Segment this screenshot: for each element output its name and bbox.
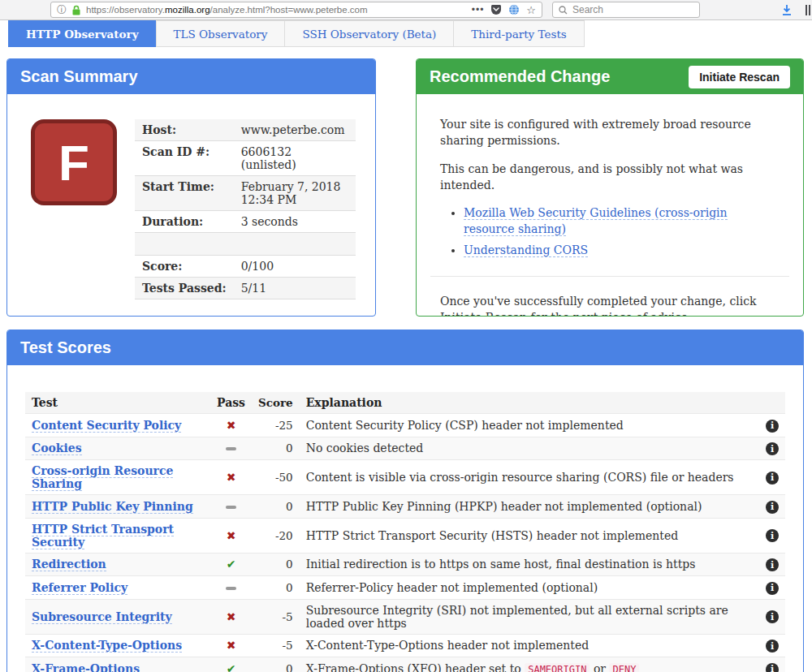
- test-link[interactable]: Redirection: [32, 558, 106, 571]
- test-link[interactable]: Cross-origin Resource Sharing: [32, 464, 173, 491]
- info-icon[interactable]: i: [766, 420, 779, 433]
- recommendation-link[interactable]: Understanding CORS: [464, 243, 588, 257]
- divider: [430, 276, 789, 277]
- summary-label: Start Time:: [135, 176, 234, 211]
- score-value: -25: [252, 414, 300, 437]
- tab-ssh-observatory-beta[interactable]: SSH Observatory (Beta): [284, 20, 454, 47]
- globe-extension-icon[interactable]: [508, 4, 520, 15]
- pocket-icon[interactable]: [490, 4, 502, 15]
- explanation-text: HTTP Strict Transport Security (HSTS) he…: [300, 518, 759, 553]
- info-icon[interactable]: i: [766, 582, 779, 595]
- test-link[interactable]: HTTP Strict Transport Security: [32, 523, 174, 549]
- column-explanation: Explanation: [300, 392, 759, 414]
- library-icon[interactable]: [806, 5, 812, 15]
- column-info: [759, 392, 785, 414]
- summary-row: Host:www.peterbe.com: [135, 119, 356, 141]
- scan-summary-rows: Host:www.peterbe.comScan ID #:6606132 (u…: [135, 119, 356, 299]
- score-value: 0: [252, 495, 300, 519]
- score-value: 0: [252, 437, 300, 460]
- bookmark-star-icon[interactable]: ☆: [526, 5, 536, 15]
- neutral-icon: [210, 495, 252, 519]
- info-icon[interactable]: i: [766, 663, 779, 672]
- pass-icon: ✔: [210, 657, 252, 672]
- grade-badge: F: [31, 119, 117, 205]
- summary-label: Scan ID #:: [135, 141, 234, 176]
- test-scores-panel: Test Scores Test Pass Score Explanation …: [6, 330, 804, 672]
- search-icon: [559, 6, 568, 15]
- search-bar[interactable]: [552, 2, 700, 18]
- pass-icon: ✔: [210, 553, 252, 576]
- initiate-rescan-button[interactable]: Initiate Rescan: [689, 66, 790, 88]
- info-icon[interactable]: i: [766, 610, 779, 623]
- list-item: Understanding CORS: [464, 242, 780, 258]
- info-icon[interactable]: i: [766, 501, 779, 514]
- score-value: 0: [252, 553, 300, 576]
- summary-row: Duration:3 seconds: [135, 211, 356, 233]
- score-value: -50: [252, 460, 300, 495]
- summary-row: Score:0/100: [135, 256, 356, 278]
- explanation-text: Referrer-Policy header not implemented (…: [300, 576, 759, 600]
- summary-label: Score:: [135, 256, 234, 278]
- recommendation-text-2: This can be dangerous, and is possibly n…: [440, 161, 780, 194]
- test-link[interactable]: HTTP Public Key Pinning: [32, 500, 193, 514]
- summary-label: [135, 233, 234, 256]
- recommendation-link[interactable]: Mozilla Web Security Guidelines (cross-o…: [464, 206, 728, 236]
- explanation-text: HTTP Public Key Pinning (HPKP) header no…: [300, 495, 759, 519]
- summary-row: Start Time:February 7, 2018 12:34 PM: [135, 176, 356, 211]
- test-link[interactable]: Cookies: [32, 442, 82, 455]
- summary-label: Duration:: [135, 211, 234, 233]
- tab-http-observatory[interactable]: HTTP Observatory: [8, 20, 157, 47]
- recommended-change-panel: Recommended Change Initiate Rescan Your …: [416, 58, 804, 317]
- table-row: HTTP Strict Transport Security✖-20HTTP S…: [25, 518, 785, 553]
- observatory-tabs: HTTP ObservatoryTLS ObservatorySSH Obser…: [0, 20, 812, 47]
- column-test: Test: [25, 392, 210, 414]
- page-actions-icon[interactable]: •••: [472, 5, 485, 15]
- column-score: Score: [252, 392, 300, 414]
- info-icon[interactable]: i: [766, 529, 779, 542]
- score-value: 0: [252, 657, 300, 672]
- fail-icon: ✖: [210, 599, 252, 634]
- list-item: Mozilla Web Security Guidelines (cross-o…: [464, 205, 780, 238]
- info-icon[interactable]: i: [766, 442, 779, 455]
- url-bar[interactable]: ⓘ https://observatory.mozilla.org/analyz…: [50, 2, 542, 18]
- neutral-icon: [210, 576, 252, 600]
- site-info-icon[interactable]: ⓘ: [57, 5, 67, 15]
- test-link[interactable]: Content Security Policy: [32, 419, 181, 433]
- browser-chrome: ⓘ https://observatory.mozilla.org/analyz…: [0, 0, 812, 20]
- fail-icon: ✖: [210, 634, 252, 657]
- score-value: -5: [252, 634, 300, 657]
- score-value: -20: [252, 518, 300, 553]
- scan-summary-table: Host:www.peterbe.comScan ID #:6606132 (u…: [135, 119, 356, 299]
- test-link[interactable]: X-Content-Type-Options: [32, 639, 182, 653]
- tab-tls-observatory[interactable]: TLS Observatory: [156, 20, 286, 47]
- downloads-icon[interactable]: [781, 4, 793, 16]
- explanation-text: Content Security Policy (CSP) header not…: [300, 414, 759, 437]
- summary-row: [135, 233, 356, 256]
- table-row: Subresource Integrity✖-5Subresource Inte…: [25, 599, 785, 634]
- search-input[interactable]: [572, 4, 693, 15]
- test-link[interactable]: Subresource Integrity: [32, 610, 172, 624]
- table-row: Redirection✔0Initial redirection is to h…: [25, 553, 785, 576]
- test-link[interactable]: X-Frame-Options: [32, 662, 140, 672]
- table-row: X-Frame-Options✔0X-Frame-Options (XFO) h…: [25, 657, 785, 672]
- table-header-row: Test Pass Score Explanation: [25, 392, 785, 414]
- summary-label: Tests Passed:: [135, 278, 234, 299]
- scan-summary-panel: Scan Summary F Host:www.peterbe.comScan …: [6, 58, 376, 317]
- info-icon[interactable]: i: [766, 472, 779, 485]
- recommendation-text-3: Once you've successfully completed your …: [440, 293, 780, 317]
- table-row: Referrer Policy0Referrer-Policy header n…: [25, 576, 785, 600]
- explanation-text: X-Frame-Options (XFO) header set to SAME…: [300, 657, 759, 672]
- recommended-change-header: Recommended Change Initiate Rescan: [417, 59, 803, 94]
- scan-summary-title: Scan Summary: [20, 67, 138, 86]
- test-scores-table: Test Pass Score Explanation Content Secu…: [25, 392, 785, 672]
- summary-value: www.peterbe.com: [234, 119, 356, 141]
- tab-third-party-tests[interactable]: Third-party Tests: [453, 20, 584, 47]
- lock-icon: [71, 5, 81, 15]
- explanation-text: No cookies detected: [300, 437, 759, 460]
- test-link[interactable]: Referrer Policy: [32, 581, 127, 595]
- table-row: Cross-origin Resource Sharing✖-50Content…: [25, 460, 785, 495]
- info-icon[interactable]: i: [766, 640, 779, 653]
- summary-value: February 7, 2018 12:34 PM: [234, 176, 356, 211]
- explanation-text: Initial redirection is to https on same …: [300, 553, 759, 576]
- info-icon[interactable]: i: [766, 558, 779, 571]
